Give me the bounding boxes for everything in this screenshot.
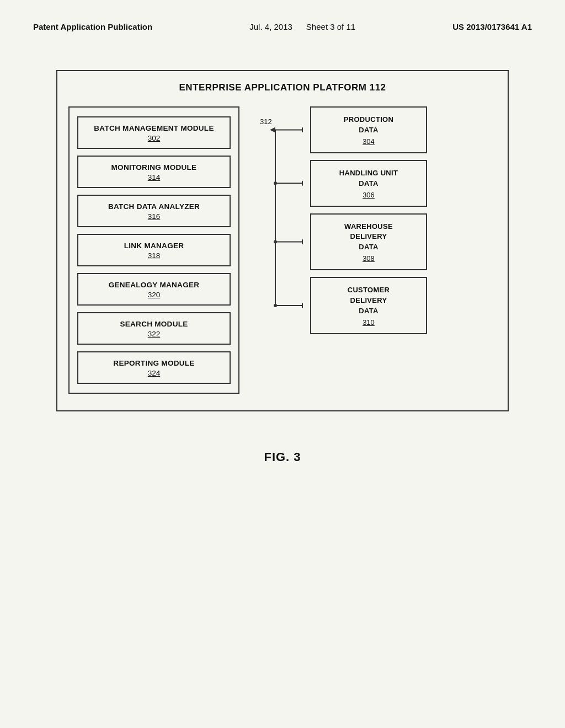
platform-title: ENTERPRISE APPLICATION PLATFORM 112 (68, 82, 497, 93)
svg-marker-5 (302, 180, 303, 186)
data-title-304: PRODUCTIONDATA (344, 115, 393, 134)
data-box-304: PRODUCTIONDATA304 (310, 106, 427, 153)
svg-marker-11 (302, 303, 303, 308)
module-title-324: REPORTING MODULE (113, 359, 194, 367)
data-number-310: 310 (317, 318, 420, 326)
svg-point-6 (274, 181, 277, 185)
svg-marker-8 (302, 239, 303, 244)
svg-marker-3 (302, 127, 303, 132)
module-number-322: 322 (86, 330, 222, 338)
data-box-306: HANDLING UNITDATA306 (310, 160, 427, 207)
module-title-316: BATCH DATA ANALYZER (108, 202, 200, 211)
module-number-320: 320 (86, 291, 222, 299)
header-date: Jul. 4, 2013 (249, 22, 292, 31)
module-title-320: GENEALOGY MANAGER (109, 281, 200, 289)
header-center: Jul. 4, 2013 Sheet 3 of 11 (249, 22, 355, 31)
module-number-316: 316 (86, 212, 222, 221)
data-title-308: WAREHOUSEDELIVERYDATA (344, 222, 393, 251)
data-number-308: 308 (317, 254, 420, 263)
module-number-314: 314 (86, 173, 222, 181)
module-box-314: MONITORING MODULE314 (77, 156, 231, 188)
data-box-310: CUSTOMERDELIVERYDATA310 (310, 277, 427, 334)
module-number-318: 318 (86, 251, 222, 260)
inner-layout: BATCH MANAGEMENT MODULE302MONITORING MOD… (68, 106, 497, 394)
diagram-area: ENTERPRISE APPLICATION PLATFORM 112 BATC… (0, 48, 565, 433)
header-left: Patent Application Publication (33, 22, 152, 31)
data-number-304: 304 (317, 137, 420, 146)
data-box-308: WAREHOUSEDELIVERYDATA308 (310, 213, 427, 271)
module-title-314: MONITORING MODULE (111, 163, 197, 172)
data-title-306: HANDLING UNITDATA (339, 169, 398, 188)
module-title-322: SEARCH MODULE (120, 320, 188, 328)
module-box-320: GENEALOGY MANAGER320 (77, 273, 231, 306)
module-title-302: BATCH MANAGEMENT MODULE (94, 124, 214, 132)
outer-box: ENTERPRISE APPLICATION PLATFORM 112 BATC… (56, 70, 509, 411)
connector-label: 312 (260, 117, 272, 126)
middle-column: 312 (239, 106, 306, 394)
module-box-302: BATCH MANAGEMENT MODULE302 (77, 116, 231, 149)
module-number-302: 302 (86, 134, 222, 142)
patent-header: Patent Application Publication Jul. 4, 2… (0, 0, 565, 42)
data-number-306: 306 (317, 191, 420, 199)
right-column: PRODUCTIONDATA304HANDLING UNITDATA306WAR… (306, 106, 427, 394)
fig-label: FIG. 3 (0, 450, 565, 464)
svg-point-12 (274, 304, 277, 307)
module-box-324: REPORTING MODULE324 (77, 351, 231, 384)
header-sheet: Sheet 3 of 11 (306, 22, 355, 31)
module-box-322: SEARCH MODULE322 (77, 312, 231, 345)
module-box-316: BATCH DATA ANALYZER316 (77, 195, 231, 227)
data-title-310: CUSTOMERDELIVERYDATA (348, 286, 390, 315)
module-number-324: 324 (86, 369, 222, 377)
left-column: BATCH MANAGEMENT MODULE302MONITORING MOD… (68, 106, 239, 394)
arrows-svg: 312 (242, 106, 303, 394)
module-title-318: LINK MANAGER (124, 242, 184, 250)
svg-point-9 (274, 240, 277, 243)
header-right: US 2013/0173641 A1 (452, 22, 532, 31)
svg-marker-2 (270, 127, 275, 132)
module-box-318: LINK MANAGER318 (77, 234, 231, 266)
page: Patent Application Publication Jul. 4, 2… (0, 0, 565, 728)
